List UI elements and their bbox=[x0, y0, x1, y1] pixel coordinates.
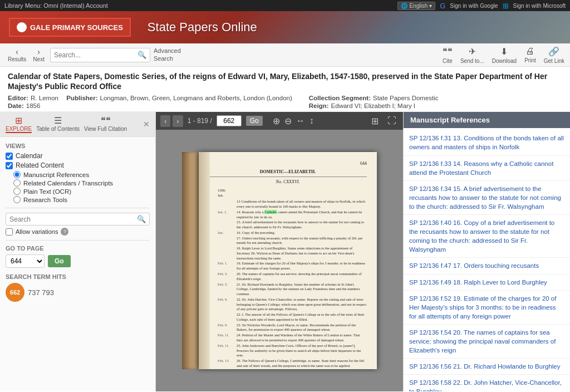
calendar-checkbox[interactable] bbox=[6, 153, 13, 160]
page-sub-header: No. CXXXVI. bbox=[209, 179, 367, 185]
view-related-item[interactable]: Related Content bbox=[6, 161, 150, 169]
tab-explore[interactable]: ⊞ EXPLORE bbox=[6, 115, 32, 133]
ref-item-7[interactable]: SP 12/136 f.52 19. Estimate of the charg… bbox=[404, 291, 570, 325]
viewer-toolbar: ‹ › 1 - 819 / Go ⊕ ⊖ ↔ ↕ ⊞ ⛶ bbox=[156, 112, 403, 130]
publisher-label: Publisher: bbox=[66, 95, 97, 101]
page-line: Feb. 1. 19. Estimate of the charges for … bbox=[218, 261, 367, 271]
toc-icon: ☰ bbox=[54, 115, 62, 126]
sign-in-google-button[interactable]: Sign in with Google bbox=[450, 3, 498, 9]
forward-arrow-icon: › bbox=[37, 47, 40, 56]
microsoft-icon: ⊞ bbox=[503, 2, 509, 10]
download-button[interactable]: ⬇ Download bbox=[492, 46, 517, 64]
viewer-go-button[interactable]: Go bbox=[246, 116, 263, 126]
calendar-label: Calendar bbox=[16, 152, 43, 160]
search-icon[interactable]: 🔍 bbox=[137, 51, 146, 59]
related-content-checkbox[interactable] bbox=[6, 162, 13, 169]
manuscript-references-list: SP 12/136 f.31 13. Conditions of the bon… bbox=[404, 128, 570, 391]
divider-1 bbox=[6, 208, 150, 208]
zoom-in-button[interactable]: ⊕ bbox=[272, 116, 281, 126]
search-hits-label: SEARCH TERM HITS bbox=[6, 273, 150, 280]
gale-logo-text: GALE PRIMARY SOURCES bbox=[30, 23, 123, 32]
allow-variations-checkbox[interactable] bbox=[6, 228, 13, 236]
next-button[interactable]: › Next bbox=[31, 46, 47, 63]
download-label: Download bbox=[492, 58, 517, 64]
tab-toc-label: Table of Contents bbox=[36, 126, 80, 132]
ref-item-4[interactable]: SP 12/136 f.40 16. Copy of a brief adver… bbox=[404, 215, 570, 258]
ref-item-2[interactable]: SP 12/136 f.33 14. Reasons why a Catholi… bbox=[404, 156, 570, 181]
fit-height-button[interactable]: ↕ bbox=[308, 116, 315, 126]
close-explore-button[interactable]: ✕ bbox=[143, 120, 150, 129]
manuscript-radio[interactable] bbox=[13, 171, 21, 178]
page-line: 13 Conditions of the bonds taken of all … bbox=[218, 199, 367, 209]
explore-search-icon[interactable]: 🔍 bbox=[137, 215, 146, 223]
tab-view-full-citation[interactable]: ❝❝ View Full Citation bbox=[84, 115, 127, 133]
ref-item-3[interactable]: SP 12/136 f.34 15. A brief advertisement… bbox=[404, 181, 570, 215]
plaintext-radio-label: Plain Text (OCR) bbox=[23, 188, 71, 195]
ref-item-6[interactable]: SP 12/136 f.49 18. Ralph Lever to Lord B… bbox=[404, 275, 570, 291]
ref-item-5[interactable]: SP 12/136 f.47 17. Orders touching recus… bbox=[404, 258, 570, 274]
page-line: Feb. 13. 27. Note of the clear yearly re… bbox=[218, 369, 367, 370]
radio-plaintext[interactable]: Plain Text (OCR) bbox=[13, 188, 150, 195]
radio-manuscript[interactable]: Manuscript References bbox=[13, 171, 150, 178]
search-box: 🔍 bbox=[50, 48, 150, 62]
fit-width-button[interactable]: ↔ bbox=[295, 116, 306, 126]
ref-item-8[interactable]: SP 12/136 f.54 20. The names of captains… bbox=[404, 325, 570, 359]
toolbar: ‹ Results › Next 🔍 AdvancedSearch ❝❝ Cit… bbox=[0, 43, 570, 67]
main-content: ⊞ EXPLORE ☰ Table of Contents ❝❝ View Fu… bbox=[0, 112, 570, 391]
explore-search-input[interactable] bbox=[9, 215, 137, 223]
page-line: 17. Orders touching recusants, with resp… bbox=[218, 236, 367, 246]
results-button[interactable]: ‹ Results bbox=[6, 46, 28, 63]
ref-item-1[interactable]: SP 12/136 f.31 13. Conditions of the bon… bbox=[404, 130, 570, 155]
language-icon: 🌐 bbox=[401, 3, 407, 9]
hits-badge: 662 bbox=[6, 283, 24, 302]
go-page-button[interactable]: Go bbox=[48, 255, 71, 267]
citation-icon: ❝❝ bbox=[101, 115, 111, 126]
language-button[interactable]: 🌐 English ▾ bbox=[397, 2, 435, 10]
calendars-radio[interactable] bbox=[13, 179, 21, 187]
advanced-search-button[interactable]: AdvancedSearch bbox=[154, 47, 181, 62]
page-select[interactable]: 644 bbox=[6, 254, 45, 268]
search-input[interactable] bbox=[54, 51, 137, 59]
go-to-page-label: GO TO PAGE bbox=[6, 245, 150, 252]
get-link-button[interactable]: 🔗 Get Link bbox=[544, 46, 564, 64]
view-calendar-item[interactable]: Calendar bbox=[6, 152, 150, 160]
results-label: Results bbox=[8, 56, 26, 62]
radio-calendars[interactable]: Related Calendars / Transcripts bbox=[13, 179, 150, 187]
publisher-value: Longman, Brown, Green, Longmans and Robe… bbox=[100, 95, 292, 101]
divider-2 bbox=[6, 240, 150, 241]
plaintext-radio[interactable] bbox=[13, 188, 21, 195]
book-page: 644 DOMESTIC—ELIZABETH. No. CXXXVI. 1580… bbox=[199, 152, 377, 369]
ref-item-10[interactable]: SP 12/136 f.58 22. Dr. John Hatcher, Vic… bbox=[404, 375, 570, 391]
tab-citation-label: View Full Citation bbox=[84, 126, 127, 132]
manuscript-radio-label: Manuscript References bbox=[23, 171, 89, 178]
cite-button[interactable]: ❝❝ Cite bbox=[443, 46, 453, 64]
explore-header: ⊞ EXPLORE ☰ Table of Contents ❝❝ View Fu… bbox=[0, 112, 155, 137]
research-radio[interactable] bbox=[13, 196, 21, 203]
thumbnail-view-button[interactable]: ⊞ bbox=[369, 116, 381, 126]
page-line: Feb. 5. 21. Dr. Richard Howlands to Burg… bbox=[218, 282, 367, 297]
header: GALE PRIMARY SOURCES State Papers Online bbox=[0, 11, 570, 43]
tab-table-of-contents[interactable]: ☰ Table of Contents bbox=[36, 115, 80, 133]
manuscript-references-panel: Manuscript References SP 12/136 f.31 13.… bbox=[403, 112, 570, 391]
zoom-out-button[interactable]: ⊖ bbox=[283, 116, 293, 126]
viewer-page-input[interactable] bbox=[217, 115, 242, 126]
explore-search-field: 🔍 bbox=[6, 213, 150, 226]
allow-variations-label: Allow variations bbox=[16, 228, 58, 235]
page-line: Feb. 9. 23. Sir Nicholas Woodrofe, Lord … bbox=[218, 323, 367, 333]
print-icon: 🖨 bbox=[525, 46, 534, 56]
sign-in-microsoft-button[interactable]: Sign in with Microsoft bbox=[513, 3, 566, 9]
print-button[interactable]: 🖨 Print bbox=[524, 46, 536, 63]
radio-research[interactable]: Research Tools bbox=[13, 196, 150, 203]
help-icon[interactable]: ? bbox=[61, 228, 68, 236]
allow-variations-row: Allow variations ? bbox=[6, 228, 150, 236]
tab-explore-label: EXPLORE bbox=[6, 126, 32, 132]
viewer-prev-button[interactable]: ‹ bbox=[160, 115, 170, 127]
ref-item-9[interactable]: SP 12/136 f.56 21. Dr. Richard Howlande … bbox=[404, 359, 570, 375]
viewer-next-button[interactable]: › bbox=[173, 115, 183, 127]
toolbar-actions: ❝❝ Cite ✈ Send to... ⬇ Download 🖨 Print … bbox=[443, 46, 564, 64]
send-to-button[interactable]: ✈ Send to... bbox=[460, 46, 484, 64]
fullscreen-button[interactable]: ⛶ bbox=[385, 116, 399, 126]
document-info: Calendar of State Papers, Domestic Serie… bbox=[0, 67, 570, 112]
send-to-label: Send to... bbox=[460, 58, 484, 64]
reign-label: Reign: bbox=[309, 102, 329, 109]
